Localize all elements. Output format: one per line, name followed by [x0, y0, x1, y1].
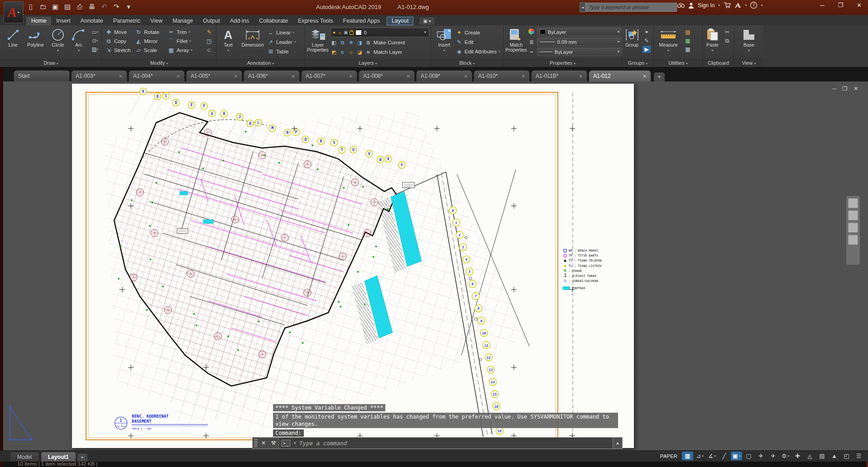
- close-button[interactable]: ✕: [857, 2, 862, 9]
- ribbon-tab-home[interactable]: Home: [26, 17, 51, 26]
- group-selection-icon[interactable]: ▶: [643, 46, 651, 53]
- match-layer-button[interactable]: ◩ ⧅ ☼ ◪ ≋ Match Layer: [331, 48, 429, 56]
- store-cart-icon[interactable]: [724, 2, 731, 8]
- autodesk-caret-icon[interactable]: ▾: [745, 3, 747, 7]
- make-current-button[interactable]: ◧ ⧉ ❄ ◨ ≣ Make Current: [331, 38, 429, 47]
- help-icon[interactable]: ?: [750, 2, 757, 9]
- ribbon-tab-insert[interactable]: Insert: [51, 17, 75, 26]
- doc-minimize-icon[interactable]: ─: [832, 86, 836, 92]
- file-tab-a1-012[interactable]: A1-012✕: [589, 70, 651, 81]
- navbar-pan-icon[interactable]: [848, 198, 858, 208]
- modify-fillet-button[interactable]: ⌒Fillet▾: [168, 37, 206, 46]
- paste-button[interactable]: Paste ▼: [705, 26, 720, 53]
- group-button[interactable]: Group: [624, 26, 640, 48]
- ribbon-tab-annotate[interactable]: Annotate: [76, 17, 108, 26]
- modify-scale-button[interactable]: ▱Scale: [135, 46, 168, 55]
- ribbon-tab-add-ins[interactable]: Add-ins: [225, 17, 254, 26]
- copy-clip-icon[interactable]: ⧉: [723, 37, 731, 44]
- isolate-objects-icon[interactable]: ▤: [816, 452, 828, 460]
- snap-icon[interactable]: ⊿▾: [694, 452, 705, 460]
- file-tab-start[interactable]: Start: [14, 70, 70, 81]
- save-icon[interactable]: ▣: [51, 2, 60, 11]
- measure-button[interactable]: Measure ▼: [656, 26, 681, 53]
- command-customize-icon[interactable]: ⚒: [269, 438, 278, 448]
- ungroup-icon[interactable]: ✦: [643, 29, 651, 36]
- command-history-up-icon[interactable]: ▲: [613, 438, 622, 448]
- ribbon-tab-layout[interactable]: Layout: [387, 17, 414, 26]
- graphics-performance-icon[interactable]: ▲: [829, 452, 840, 460]
- circle-button[interactable]: Circle ▼: [47, 26, 69, 53]
- command-line[interactable]: ✕ ⚒ >_ ▼ Type a command ▲: [252, 437, 623, 449]
- panel-label-groups[interactable]: Groups▾: [622, 59, 653, 67]
- file-tab-a1-006[interactable]: A1-006*✕: [244, 70, 300, 81]
- user-icon[interactable]: [688, 2, 694, 9]
- polyline-button[interactable]: Polyline: [24, 26, 47, 48]
- tab-close-icon[interactable]: ✕: [234, 74, 238, 79]
- layer-unlock2-icon[interactable]: ◪: [356, 49, 363, 55]
- file-tab-a1-005[interactable]: A1-005*✕: [186, 70, 242, 81]
- osnap-icon[interactable]: ▣▾: [731, 452, 742, 460]
- tab-display-options-icon[interactable]: ▣ ▾: [420, 18, 434, 24]
- tab-close-icon[interactable]: ✕: [119, 74, 123, 79]
- hatch-icon[interactable]: ▨ ▾: [91, 46, 99, 53]
- rectangle-icon[interactable]: ▭ ▾: [91, 29, 99, 36]
- undo-icon[interactable]: ↶: [100, 2, 109, 11]
- grid-icon[interactable]: ▦: [682, 452, 693, 460]
- autodesk-app-icon[interactable]: [734, 2, 741, 8]
- tab-close-icon[interactable]: ✕: [522, 74, 525, 79]
- modify-copy-button[interactable]: ⧉Copy: [105, 37, 135, 46]
- modify-stretch-button[interactable]: ⇲Stretch: [105, 46, 135, 55]
- ribbon-tab-parametric[interactable]: Parametric: [108, 17, 145, 26]
- leader-button[interactable]: ↗Leader▾: [267, 38, 296, 46]
- paper-space-label[interactable]: PAPER: [659, 453, 681, 459]
- polar-tracking-icon[interactable]: ∡▾: [706, 452, 718, 460]
- ellipse-icon[interactable]: ⊙ ▾: [91, 37, 99, 44]
- create-block-button[interactable]: ✦Create: [456, 28, 500, 37]
- new-layout-button[interactable]: +: [77, 453, 87, 462]
- modify-trim-button[interactable]: ✂Trim▾: [168, 28, 206, 37]
- file-tab-a1-007[interactable]: A1-007*✕: [301, 70, 357, 81]
- panel-label-draw[interactable]: Draw▾: [0, 59, 102, 67]
- annotation-visibility-icon[interactable]: ✈: [755, 452, 767, 460]
- file-tab-a1-003[interactable]: A1-003*✕: [71, 70, 127, 81]
- layer-properties-button[interactable]: Layer Properties: [307, 26, 329, 52]
- dimension-button[interactable]: Dimension: [238, 26, 267, 48]
- tab-close-icon[interactable]: ✕: [292, 74, 295, 79]
- command-grip-handle[interactable]: [254, 439, 258, 447]
- panel-label-annotation[interactable]: Annotation▾: [216, 59, 305, 67]
- tab-close-icon[interactable]: ✕: [407, 74, 410, 79]
- modify-mirror-button[interactable]: ◭Mirror: [135, 37, 168, 46]
- navbar-zoom-icon[interactable]: [848, 210, 858, 220]
- customization-menu-icon[interactable]: ☰: [853, 452, 864, 460]
- help-caret-icon[interactable]: ▾: [761, 3, 762, 7]
- search-binoculars-icon[interactable]: [677, 3, 685, 8]
- layout-paper[interactable]: ABCDEFGHJKLMNPQRSTUVWXY 0123456789101112…: [72, 84, 634, 448]
- group-edit-icon[interactable]: ✎: [643, 37, 651, 44]
- arc-button[interactable]: Arc ▼: [69, 26, 88, 53]
- new-drawing-tab-button[interactable]: +: [654, 72, 665, 81]
- drawing-area[interactable]: ABCDEFGHJKLMNPQRSTUVWXY 0123456789101112…: [0, 81, 868, 450]
- edit-attributes-button[interactable]: ◈Edit Attributes▾: [456, 47, 500, 56]
- layer-freeze-icon[interactable]: ❄: [348, 40, 355, 46]
- layer-icon-2[interactable]: ⧉: [339, 40, 346, 46]
- select-objects-icon[interactable]: ▩: [684, 37, 692, 44]
- plot-icon[interactable]: 🖶: [87, 2, 96, 11]
- layer-select[interactable]: ● ☼ ▣ 0 ▼: [331, 28, 429, 37]
- layer-icon-4[interactable]: ⧅: [339, 49, 346, 55]
- file-tab-a1-010[interactable]: A1-010*✕: [474, 70, 530, 81]
- layer-icon-1[interactable]: ◧: [331, 40, 337, 46]
- modify-move-button[interactable]: ✚Move: [105, 28, 135, 37]
- file-tab-a1-004[interactable]: A1-004*✕: [129, 70, 185, 81]
- line-button[interactable]: Line: [2, 26, 24, 48]
- open-folder-icon[interactable]: 🗀: [38, 2, 48, 11]
- application-menu-button[interactable]: A ▾: [4, 1, 24, 23]
- ribbon-tab-view[interactable]: View: [145, 17, 168, 26]
- annotation-autoscale-icon[interactable]: ✈: [767, 452, 779, 460]
- maximize-button[interactable]: ❐: [838, 2, 843, 9]
- panel-label-block[interactable]: Block▾: [431, 59, 503, 67]
- ribbon-tab-manage[interactable]: Manage: [168, 17, 198, 26]
- text-button[interactable]: A Text ▼: [218, 26, 238, 53]
- quick-calculator-icon[interactable]: ▦: [684, 46, 692, 53]
- tab-close-icon[interactable]: ✕: [579, 74, 583, 79]
- navigation-bar[interactable]: [846, 196, 860, 265]
